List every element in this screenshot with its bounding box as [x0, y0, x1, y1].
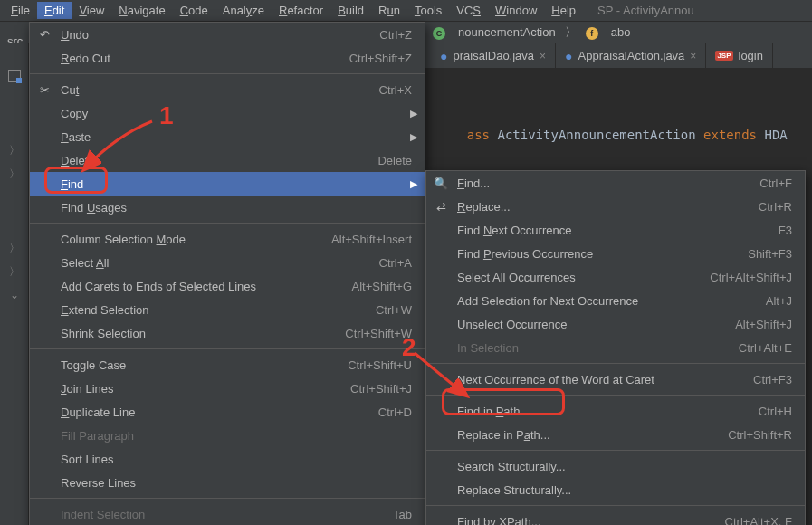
edit-menu-undo[interactable]: ↶UndoCtrl+Z: [30, 23, 425, 46]
edit-menu-find-usages[interactable]: Find Usages: [30, 196, 425, 219]
shortcut-label: Alt+J: [766, 294, 792, 308]
class-crumb[interactable]: C: [433, 25, 449, 40]
shortcut-label: Alt+Shift+G: [352, 280, 412, 293]
submenu-arrow-icon: ▶: [410, 131, 417, 143]
menu-refactor[interactable]: Refactor: [272, 2, 330, 19]
menu-vcs[interactable]: VCS: [449, 2, 488, 19]
shortcut-label: Ctrl+Alt+Shift+J: [710, 271, 792, 284]
edit-menu-redo-cut[interactable]: Redo CutCtrl+Shift+Z: [30, 46, 425, 70]
find-menu-select-all-occurrences[interactable]: Select All OccurrencesCtrl+Alt+Shift+J: [426, 265, 805, 289]
shortcut-label: Ctrl+W: [376, 303, 412, 317]
find-menu-find-previous-occurrence[interactable]: Find Previous OccurrenceShift+F3: [426, 242, 805, 265]
expand-chevron[interactable]: 〉: [0, 237, 28, 259]
shortcut-label: Delete: [377, 154, 412, 167]
edit-menu-find[interactable]: Find▶: [30, 172, 425, 196]
shortcut-label: Ctrl+D: [378, 406, 412, 419]
edit-menu-cut[interactable]: ✂CutCtrl+X: [30, 78, 425, 101]
menu-file[interactable]: File: [4, 2, 37, 19]
submenu-arrow-icon: ▶: [410, 108, 417, 119]
edit-menu-copy[interactable]: Copy▶: [30, 101, 425, 125]
edit-menu-reverse-lines[interactable]: Reverse Lines: [30, 471, 425, 494]
code-line: ass ActivityAnnouncementAction extends H…: [425, 105, 812, 165]
expand-chevron[interactable]: 〉: [0, 163, 28, 185]
find-menu-find-next-occurrence[interactable]: Find Next OccurrenceF3: [426, 218, 805, 242]
find-menu-replace-structurally[interactable]: Replace Structurally...: [426, 478, 805, 501]
menu-item-label: Find Next Occurrence: [457, 224, 757, 237]
edit-menu-toggle-case[interactable]: Toggle CaseCtrl+Shift+U: [30, 353, 425, 377]
field-name[interactable]: abo: [611, 25, 631, 39]
shortcut-label: Ctrl+Shift+Z: [349, 52, 412, 65]
shortcut-label: Ctrl+A: [379, 256, 412, 270]
class-name[interactable]: nouncementAction: [458, 25, 556, 39]
menu-analyze[interactable]: Analyze: [215, 2, 272, 19]
menu-item-label: Select All Occurrences: [457, 271, 688, 284]
find-menu-add-selection-for-next-occurrence[interactable]: Add Selection for Next OccurrenceAlt+J: [426, 289, 805, 312]
edit-menu-extend-selection[interactable]: Extend SelectionCtrl+W: [30, 298, 425, 321]
menu-item-label: Replace in Path...: [457, 428, 706, 442]
find-menu-replace[interactable]: ⇄Replace...Ctrl+R: [426, 195, 805, 218]
find-menu-unselect-occurrence[interactable]: Unselect OccurrenceAlt+Shift+J: [426, 312, 805, 336]
menu-separator: [30, 223, 425, 224]
edit-menu-paste[interactable]: Paste▶: [30, 125, 425, 148]
expand-chevron[interactable]: 〉: [0, 139, 28, 161]
menu-item-label: Add Selection for Next Occurrence: [457, 294, 744, 308]
edit-menu-sort-lines[interactable]: Sort Lines: [30, 447, 425, 471]
find-submenu-dropdown: 🔍Find...Ctrl+F⇄Replace...Ctrl+RFind Next…: [425, 170, 806, 525]
menu-code[interactable]: Code: [173, 2, 215, 19]
find-menu-search-structurally[interactable]: Search Structurally...: [426, 454, 805, 478]
java-file-icon: ●: [440, 49, 447, 63]
menu-navigate[interactable]: Navigate: [111, 2, 172, 19]
undo-icon: ↶: [37, 28, 52, 42]
find-menu-next-occurrence-of-the-word-at-caret[interactable]: Next Occurrence of the Word at CaretCtrl…: [426, 368, 805, 391]
edit-menu-column-selection-mode[interactable]: Column Selection ModeAlt+Shift+Insert: [30, 227, 425, 251]
expand-chevron[interactable]: 〉: [0, 261, 28, 282]
menu-edit[interactable]: Edit: [37, 2, 72, 19]
tab-label: AppraisalAction.java: [578, 49, 685, 62]
menu-window[interactable]: Window: [488, 2, 544, 19]
close-tab-icon[interactable]: ×: [690, 50, 696, 62]
edit-menu-join-lines[interactable]: Join LinesCtrl+Shift+J: [30, 377, 425, 400]
edit-menu-duplicate-line[interactable]: Duplicate LineCtrl+D: [30, 400, 425, 424]
menu-build[interactable]: Build: [330, 2, 371, 19]
menu-tools[interactable]: Tools: [407, 2, 449, 19]
menu-item-label: Toggle Case: [61, 358, 326, 372]
find-menu-in-selection: In SelectionCtrl+Alt+E: [426, 336, 805, 359]
menu-item-label: Next Occurrence of the Word at Caret: [457, 373, 731, 387]
find-menu-find-by-xpath[interactable]: Find by XPath...Ctrl+Alt+X, F: [426, 510, 805, 525]
menu-item-label: Cut: [61, 83, 358, 97]
menu-help[interactable]: Help: [544, 2, 583, 19]
edit-menu-add-carets-to-ends-of-selected-lines[interactable]: Add Carets to Ends of Selected LinesAlt+…: [30, 274, 425, 298]
menu-item-label: Search Structurally...: [457, 460, 792, 473]
shortcut-label: Shift+F3: [748, 247, 792, 261]
field-icon: f: [586, 27, 598, 40]
menu-item-label: Unselect Occurrence: [457, 318, 713, 331]
close-tab-icon[interactable]: ×: [540, 50, 546, 62]
project-icon[interactable]: [0, 65, 28, 87]
window-title: SP - ActivityAnnou: [597, 4, 694, 17]
java-file-icon: ●: [565, 49, 572, 63]
shortcut-label: Ctrl+F: [759, 177, 792, 190]
field-crumb[interactable]: f: [586, 25, 602, 40]
edit-menu-select-all[interactable]: Select AllCtrl+A: [30, 251, 425, 274]
menu-run[interactable]: Run: [371, 2, 407, 19]
menu-item-label: Replace...: [457, 200, 737, 214]
shortcut-label: Tab: [393, 508, 412, 521]
cut-icon: ✂: [37, 83, 52, 97]
find-menu-replace-in-path[interactable]: Replace in Path...Ctrl+Shift+R: [426, 423, 805, 446]
menu-bar: FileEditViewNavigateCodeAnalyzeRefactorB…: [0, 0, 812, 22]
collapse-chevron[interactable]: ⌄: [0, 284, 28, 306]
menu-view[interactable]: View: [72, 2, 111, 19]
edit-menu-shrink-selection[interactable]: Shrink SelectionCtrl+Shift+W: [30, 321, 425, 345]
edit-menu-delete[interactable]: DeleteDelete: [30, 148, 425, 172]
editor-tab[interactable]: JSPlogin: [706, 43, 773, 68]
breadcrumb-sep: 〉: [565, 24, 577, 41]
editor-tab[interactable]: ●AppraisalAction.java×: [556, 43, 706, 68]
find-menu-find[interactable]: 🔍Find...Ctrl+F: [426, 171, 805, 195]
menu-item-label: Duplicate Line: [61, 406, 357, 419]
shortcut-label: Ctrl+Shift+U: [348, 358, 412, 372]
shortcut-label: Ctrl+Alt+X, F: [725, 515, 792, 526]
editor-tab[interactable]: ●praisalDao.java×: [431, 43, 556, 68]
shortcut-label: Ctrl+Z: [379, 28, 412, 42]
shortcut-label: Ctrl+H: [759, 405, 792, 418]
find-menu-find-in-path[interactable]: Find in Path...Ctrl+H: [426, 399, 805, 423]
